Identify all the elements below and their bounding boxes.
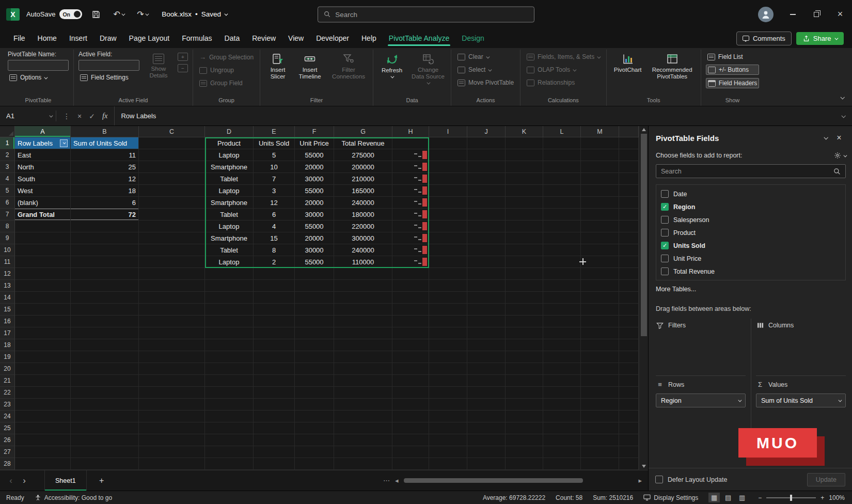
values-area[interactable]: Σ Values Sum of Units Sold (756, 375, 846, 453)
cell-C4[interactable] (139, 173, 205, 185)
cell-G2[interactable]: 275000 (334, 149, 392, 161)
cell-B24[interactable] (71, 411, 139, 422)
zoom-slider-thumb[interactable] (790, 495, 792, 501)
field-item-product[interactable]: Product (656, 226, 845, 239)
cell-E12[interactable] (254, 268, 295, 280)
cell-B18[interactable] (71, 339, 139, 351)
cell-L16[interactable] (543, 316, 581, 327)
cell-B23[interactable] (71, 399, 139, 411)
cell-J5[interactable] (467, 185, 506, 197)
cell-M14[interactable] (581, 292, 619, 304)
cell-G26[interactable] (334, 434, 392, 446)
cell-J6[interactable] (467, 197, 506, 209)
cell-I17[interactable] (429, 327, 467, 339)
cell-I1[interactable] (429, 137, 467, 149)
cell-L17[interactable] (543, 327, 581, 339)
update-button[interactable]: Update (807, 473, 845, 486)
cell-C5[interactable] (139, 185, 205, 197)
cell-D5[interactable]: Laptop (205, 185, 254, 197)
tools-gear-button[interactable] (834, 152, 846, 159)
cell-M6[interactable] (581, 197, 619, 209)
cell-D11[interactable]: Laptop (205, 256, 254, 268)
cell-B28[interactable] (71, 458, 139, 470)
col-header-B[interactable]: B (71, 126, 139, 137)
cell-J26[interactable] (467, 434, 506, 446)
field-list-button[interactable]: Field List (706, 52, 760, 61)
cell-C22[interactable] (139, 387, 205, 399)
cell-J18[interactable] (467, 339, 506, 351)
cell-H27[interactable] (392, 446, 429, 458)
cell-K24[interactable] (506, 411, 543, 422)
cell-I14[interactable] (429, 292, 467, 304)
more-tables-link[interactable]: More Tables... (656, 286, 846, 293)
defer-layout-checkbox[interactable] (655, 476, 663, 483)
cell-M24[interactable] (581, 411, 619, 422)
row-header-16[interactable]: 16 (0, 316, 15, 327)
cell-F5[interactable]: 55000 (295, 185, 334, 197)
cell-I15[interactable] (429, 304, 467, 316)
cell-M25[interactable] (581, 422, 619, 434)
cell-E3[interactable]: 10 (254, 161, 295, 173)
field-checkbox-units-sold[interactable] (661, 242, 669, 249)
zoom-out-button[interactable]: − (758, 494, 762, 501)
row-header-14[interactable]: 14 (0, 292, 15, 304)
cell-J25[interactable] (467, 422, 506, 434)
cell-A20[interactable] (15, 363, 71, 375)
cell-A9[interactable] (15, 232, 71, 244)
rows-field-chip[interactable]: Region (656, 393, 746, 407)
cell-L22[interactable] (543, 387, 581, 399)
row-header-25[interactable]: 25 (0, 422, 15, 434)
cell-F19[interactable] (295, 351, 334, 363)
fields-items-sets-button[interactable]: Fields, Items, & Sets (525, 52, 602, 61)
cell-L12[interactable] (543, 268, 581, 280)
cell-J4[interactable] (467, 173, 506, 185)
cell-M3[interactable] (581, 161, 619, 173)
cell-G24[interactable] (334, 411, 392, 422)
cell-A5[interactable]: West (15, 185, 71, 197)
next-sheet-button[interactable]: › (18, 476, 31, 486)
cell-H28[interactable] (392, 458, 429, 470)
cell-M19[interactable] (581, 351, 619, 363)
cell-L24[interactable] (543, 411, 581, 422)
row-header-6[interactable]: 6 (0, 197, 15, 209)
cell-M23[interactable] (581, 399, 619, 411)
cell-K8[interactable] (506, 220, 543, 232)
cell-D16[interactable] (205, 316, 254, 327)
cell-I8[interactable] (429, 220, 467, 232)
cell-I11[interactable] (429, 256, 467, 268)
cell-H7[interactable] (392, 209, 429, 220)
row-header-26[interactable]: 26 (0, 434, 15, 446)
cell-I18[interactable] (429, 339, 467, 351)
col-header-L[interactable]: L (543, 126, 581, 137)
cell-M28[interactable] (581, 458, 619, 470)
col-header-H[interactable]: H (392, 126, 429, 137)
cell-L7[interactable] (543, 209, 581, 220)
cell-J22[interactable] (467, 387, 506, 399)
search-input[interactable] (335, 10, 528, 18)
cell-D28[interactable] (205, 458, 254, 470)
cell-A13[interactable] (15, 280, 71, 292)
field-checkbox-date[interactable] (661, 190, 669, 198)
cell-G9[interactable]: 300000 (334, 232, 392, 244)
cell-B2[interactable]: 11 (71, 149, 139, 161)
cell-L1[interactable] (543, 137, 581, 149)
field-item-region[interactable]: Region (656, 200, 845, 213)
cell-H6[interactable] (392, 197, 429, 209)
cell-D18[interactable] (205, 339, 254, 351)
cell-I21[interactable] (429, 375, 467, 387)
cell-J11[interactable] (467, 256, 506, 268)
cell-C24[interactable] (139, 411, 205, 422)
cell-L26[interactable] (543, 434, 581, 446)
cell-K22[interactable] (506, 387, 543, 399)
page-layout-view-button[interactable]: ▤ (722, 493, 734, 502)
cell-L8[interactable] (543, 220, 581, 232)
scroll-right-icon[interactable]: ▸ (638, 477, 642, 484)
cell-K9[interactable] (506, 232, 543, 244)
cell-L27[interactable] (543, 446, 581, 458)
user-avatar[interactable] (758, 7, 774, 22)
cell-E20[interactable] (254, 363, 295, 375)
cell-L14[interactable] (543, 292, 581, 304)
change-data-source-button[interactable]: Change Data Source (410, 51, 446, 85)
cell-B13[interactable] (71, 280, 139, 292)
cell-H3[interactable] (392, 161, 429, 173)
